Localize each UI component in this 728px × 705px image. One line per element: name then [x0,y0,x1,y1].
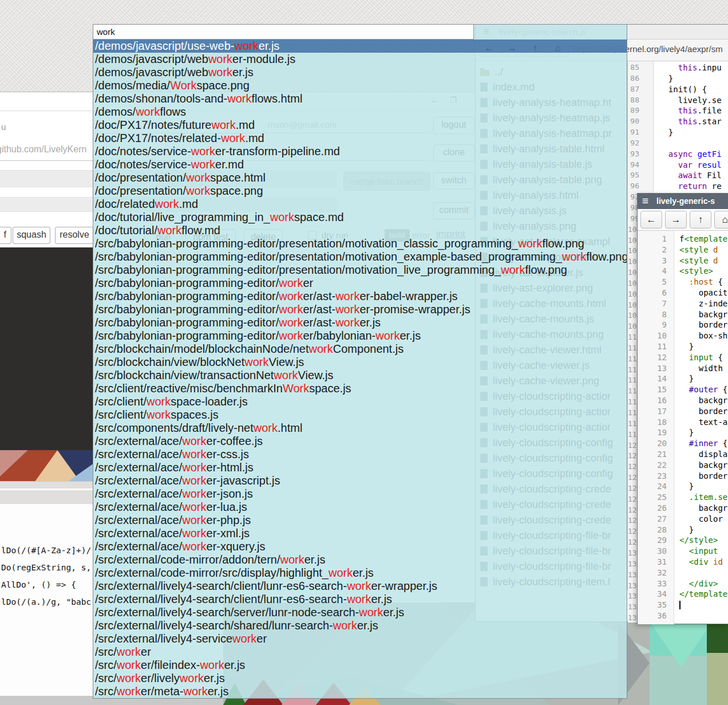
completion-item[interactable]: /doc/presentation/workspace.html [93,171,627,184]
completion-item[interactable]: /src/external/lively4-search/client/lunr… [93,580,627,593]
search-input[interactable]: work [93,24,474,40]
completion-item[interactable]: /src/babylonian-programming-editor/prese… [93,237,627,250]
editor-code[interactable]: f<template<style d<style d<style> :host … [679,234,728,621]
completion-item[interactable]: /src/external/ace/worker-php.js [93,514,627,527]
completion-item[interactable]: /src/blockchain/model/blockchainNode/net… [93,342,627,356]
branch-text: u [1,122,6,132]
desktop: – ❐ u mson@gmail.com logout github.com/L… [0,0,728,705]
small-window-title: lively-generic-s [656,196,715,206]
completion-item[interactable]: /src/worker [93,645,627,659]
forward-icon[interactable]: → [501,41,523,55]
back-icon[interactable]: ← [478,41,500,55]
text-cursor [679,601,680,609]
completion-item[interactable]: /src/babylonian-programming-editor/worke… [93,316,627,329]
small-window-titlebar[interactable]: ≡ lively-generic-s [638,194,728,209]
completion-item[interactable]: /src/client/workspace-loader.js [93,395,627,408]
up-icon[interactable]: ↑ [524,41,545,55]
completion-item[interactable]: /src/babylonian-programming-editor/worke… [93,277,627,290]
completion-list: /demos/javascript/use-web-worker.js/demo… [93,40,627,699]
completion-item[interactable]: /src/external/ace/worker-css.js [93,448,627,461]
completion-item[interactable]: /src/babylonian-programming-editor/worke… [93,329,627,342]
completion-item[interactable]: /doc/presentation/workspace.png [93,184,627,198]
left-mid-band [0,481,93,504]
completion-item[interactable]: /demos/javascript/webworker.js [93,66,627,79]
up-button[interactable]: ↑ [690,211,711,229]
completion-item[interactable]: /src/components/draft/lively-network.htm… [93,422,627,435]
completion-item[interactable]: /src/client/reactive/misc/benchmarkInWor… [93,382,627,395]
home-button[interactable]: ⌂ [714,211,728,229]
repo-url-text: github.com/LivelyKern [0,144,86,155]
completion-item[interactable]: /src/external/ace/worker-javascript.js [93,474,627,487]
completion-item[interactable]: /src/external/ace/worker-html.js [93,461,627,474]
squash-button[interactable]: squash [13,227,50,244]
completion-item[interactable]: /doc/notes/service-worker-transform-pipe… [93,145,627,158]
completion-item[interactable]: /src/external/lively4-serviceworker [93,632,627,645]
completion-item[interactable]: /src/external/ace/worker-xquery.js [93,540,627,553]
completion-item[interactable]: /src/external/lively4-search/shared/lunr… [93,619,627,632]
completion-item[interactable]: /src/external/lively4-search/client/lunr… [93,593,627,606]
left-wallpaper-strip [0,450,93,481]
forward-button[interactable]: → [665,211,687,229]
completion-item[interactable]: /src/babylonian-programming-editor/prese… [93,263,627,277]
completion-item[interactable]: /doc/PX17/notes/related-work.md [93,132,627,145]
completion-item[interactable]: /doc/tutorial/live_programming_in_worksp… [93,211,627,224]
background-code: lDo(/(#[A-Za-z]+)/Do(regExString, s,AllD… [1,542,91,611]
small-window-editor[interactable]: 1234567891011121314151617181920212223242… [638,231,728,624]
home-icon[interactable]: ⌂ [547,41,568,55]
resolve-button[interactable]: resolve [55,227,94,244]
diff-button[interactable]: f [0,227,11,244]
completion-item[interactable]: /doc/tutorial/workflow.md [93,224,627,237]
search-component-window: ≡ lively-generic-s ← → ↑ ⌂ 1234567891011… [637,193,728,624]
completion-item[interactable]: /src/worker/livelyworker.js [93,672,627,685]
completion-item[interactable]: /src/blockchain/view/transactionNetworkV… [93,369,627,382]
completion-item[interactable]: /doc/relatedwork.md [93,198,627,211]
completion-item[interactable]: /src/client/workspaces.js [93,408,627,422]
dark-panel [0,247,93,450]
completion-item[interactable]: /doc/notes/service-worker.md [93,158,627,171]
small-window-toolbar: ← → ↑ ⌂ [638,209,728,231]
completion-item[interactable]: /demos/media/Workspace.png [93,79,627,92]
back-button[interactable]: ← [640,211,662,229]
completion-item[interactable]: /src/external/lively4-search/server/lunr… [93,606,627,619]
editor-gutter: 1234567891011121314151617181920212223242… [638,231,674,624]
completion-item[interactable]: /src/external/code-mirror/src/display/hi… [93,566,627,580]
completion-item[interactable]: /src/external/code-mirror/addon/tern/wor… [93,553,627,566]
completion-item[interactable]: /src/worker/fileindex-worker.js [93,659,627,672]
completion-item[interactable]: /src/babylonian-programming-editor/prese… [93,250,627,263]
completion-item[interactable]: /demos/workflows [93,105,627,119]
completion-item[interactable]: /src/external/ace/worker-coffee.js [93,435,627,448]
completion-item[interactable]: /src/worker/meta-worker.js [93,685,627,698]
editor-code[interactable]: this.inpu } init() { lively.se this.file… [659,61,722,192]
completion-item[interactable]: /src/babylonian-programming-editor/worke… [93,290,627,303]
completion-item[interactable]: /doc/PX17/notes/futurework.md [93,119,627,132]
completion-item[interactable]: /src/babylonian-programming-editor/worke… [93,303,627,316]
completion-item[interactable]: /src/blockchain/view/blockNetworkView.js [93,356,627,369]
menu-icon[interactable]: ≡ [642,195,648,207]
completion-item[interactable]: /src/external/ace/worker-lua.js [93,501,627,514]
completion-item[interactable]: /src/external/ace/worker-json.js [93,487,627,501]
completion-item[interactable]: /demos/shonan/tools-and-workflows.html [93,92,627,105]
completion-item[interactable]: /src/external/ace/worker-xml.js [93,527,627,540]
